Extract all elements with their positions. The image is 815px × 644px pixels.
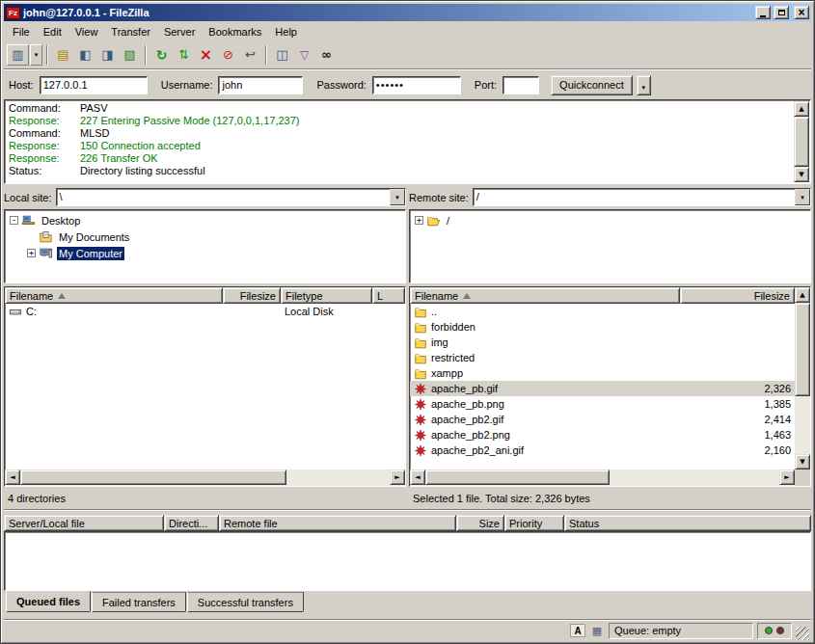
- file-row-apache_pb-gif[interactable]: apache_pb.gif 2,326: [410, 381, 795, 396]
- local-horizontal-scrollbar[interactable]: ◄ ►: [5, 470, 405, 486]
- toggle-queue-icon[interactable]: [119, 44, 141, 66]
- host-label: Host:: [9, 79, 34, 91]
- host-input[interactable]: [40, 76, 148, 94]
- window-title: john@127.0.0.1 - FileZilla: [23, 7, 752, 18]
- column-header-filesize[interactable]: Filesize: [223, 287, 281, 304]
- site-manager-icon[interactable]: [7, 44, 29, 66]
- scroll-thumb[interactable]: [794, 117, 809, 167]
- toggle-remote-tree-icon[interactable]: [96, 44, 119, 66]
- scroll-down-icon[interactable]: ▼: [795, 454, 810, 470]
- column-header-filesize[interactable]: Filesize: [680, 287, 795, 304]
- menu-help[interactable]: Help: [268, 24, 304, 40]
- process-queue-icon[interactable]: [173, 44, 195, 66]
- toggle-local-tree-icon[interactable]: [74, 44, 96, 66]
- column-header-last-modified[interactable]: L: [372, 287, 405, 304]
- file-row-apache_pb-png[interactable]: apache_pb.png 1,385: [410, 396, 795, 412]
- menu-transfer[interactable]: Transfer: [104, 24, 157, 40]
- port-input[interactable]: [503, 76, 539, 94]
- image-file-icon: [414, 429, 428, 442]
- column-header-filetype[interactable]: Filetype: [281, 287, 372, 304]
- file-row-apache_pb2-png[interactable]: apache_pb2.png 1,463: [410, 427, 795, 443]
- tree-item-label[interactable]: My Computer: [57, 247, 124, 260]
- file-row-xampp[interactable]: xampp: [410, 365, 795, 381]
- tree-expander[interactable]: +: [415, 216, 423, 225]
- file-row-apache_pb2_ani-gif[interactable]: apache_pb2_ani.gif 2,160: [410, 443, 795, 458]
- find-files-icon[interactable]: [315, 44, 338, 66]
- column-header-remote-file[interactable]: Remote file: [219, 515, 456, 531]
- quickconnect-button[interactable]: Quickconnect: [551, 75, 633, 95]
- tree-item-my-documents[interactable]: My Documents: [7, 228, 403, 245]
- image-file-icon: [414, 383, 428, 395]
- resize-grip[interactable]: [796, 627, 809, 640]
- directory-comparison-icon[interactable]: [271, 44, 293, 66]
- cancel-icon[interactable]: [195, 44, 217, 66]
- log-scrollbar[interactable]: ▲ ▼: [794, 101, 809, 182]
- transfer-type-icon[interactable]: A: [570, 624, 585, 637]
- tree-item-label[interactable]: Desktop: [40, 214, 82, 228]
- column-header-filename[interactable]: Filename: [410, 287, 680, 304]
- column-header-status[interactable]: Status: [564, 515, 811, 531]
- password-input[interactable]: [372, 76, 461, 94]
- combo-dropdown-icon[interactable]: [795, 189, 810, 205]
- remote-vertical-scrollbar[interactable]: ▲ ▼: [795, 287, 810, 470]
- disconnect-icon[interactable]: [217, 44, 239, 66]
- maximize-button[interactable]: [774, 6, 789, 19]
- menu-bookmarks[interactable]: Bookmarks: [202, 24, 268, 40]
- scroll-left-icon[interactable]: ◄: [5, 470, 20, 485]
- file-row-forbidden[interactable]: forbidden: [410, 319, 795, 335]
- remote-site-value: /: [474, 189, 795, 205]
- column-header-priority[interactable]: Priority: [504, 515, 564, 531]
- minimize-button[interactable]: [755, 6, 771, 19]
- menu-view[interactable]: View: [68, 24, 105, 40]
- combo-dropdown-icon[interactable]: [390, 189, 405, 205]
- scroll-thumb[interactable]: [20, 470, 286, 485]
- tree-item-label[interactable]: My Documents: [57, 230, 131, 244]
- tree-item-my-computer[interactable]: + My Computer: [7, 245, 403, 261]
- scroll-thumb[interactable]: [795, 303, 810, 396]
- scroll-right-icon[interactable]: ►: [390, 470, 405, 485]
- file-row-img[interactable]: img: [410, 335, 795, 350]
- scroll-right-icon[interactable]: ►: [779, 470, 795, 485]
- menu-file[interactable]: File: [6, 24, 37, 40]
- scroll-thumb[interactable]: [425, 470, 610, 485]
- scroll-down-icon[interactable]: ▼: [794, 167, 809, 182]
- remote-site-combo[interactable]: /: [473, 188, 811, 206]
- tree-item-desktop[interactable]: - Desktop: [7, 212, 403, 228]
- tree-item-root[interactable]: + /: [412, 212, 808, 228]
- column-header-size[interactable]: Size: [456, 515, 504, 531]
- scroll-up-icon[interactable]: ▲: [795, 287, 810, 303]
- file-row-c-drive[interactable]: C: Local Disk: [5, 304, 405, 319]
- reconnect-icon[interactable]: [239, 44, 261, 66]
- file-row-apache_pb2-gif[interactable]: apache_pb2.gif 2,414: [410, 412, 795, 427]
- log-line: Command: PASV: [9, 102, 791, 115]
- local-site-combo[interactable]: \: [56, 188, 406, 206]
- menu-server[interactable]: Server: [157, 24, 202, 40]
- column-header-filename[interactable]: Filename: [5, 287, 223, 304]
- site-manager-dropdown-icon[interactable]: [30, 44, 42, 66]
- username-input[interactable]: [218, 76, 303, 94]
- refresh-icon[interactable]: [150, 44, 173, 66]
- tab-failed-transfers[interactable]: Failed transfers: [92, 592, 186, 612]
- menubar: FileEditViewTransferServerBookmarksHelp: [4, 21, 811, 41]
- local-site-row: Local site: \: [4, 187, 406, 207]
- column-header-direction[interactable]: Directi...: [164, 515, 219, 531]
- tree-expander[interactable]: +: [27, 249, 36, 257]
- remote-site-label: Remote site:: [409, 192, 469, 203]
- remote-horizontal-scrollbar[interactable]: ◄ ►: [410, 470, 810, 486]
- scroll-left-icon[interactable]: ◄: [410, 470, 425, 485]
- file-row-restricted[interactable]: restricted: [410, 350, 795, 365]
- quickconnect-dropdown-icon[interactable]: [637, 75, 651, 95]
- tab-queued-files[interactable]: Queued files: [6, 591, 91, 612]
- scroll-up-icon[interactable]: ▲: [794, 101, 809, 117]
- tree-expander[interactable]: -: [10, 216, 18, 225]
- tab-successful-transfers[interactable]: Successful transfers: [187, 592, 304, 612]
- tree-icon: [39, 230, 54, 244]
- close-button[interactable]: [794, 6, 809, 19]
- menu-edit[interactable]: Edit: [37, 24, 68, 40]
- filter-icon[interactable]: [293, 44, 315, 66]
- keypad-icon[interactable]: [589, 624, 605, 637]
- file-row-parent-dir[interactable]: ..: [410, 304, 795, 319]
- tree-item-label[interactable]: /: [445, 214, 451, 228]
- column-header-server-local-file[interactable]: Server/Local file: [4, 515, 164, 531]
- toggle-message-log-icon[interactable]: [52, 44, 74, 66]
